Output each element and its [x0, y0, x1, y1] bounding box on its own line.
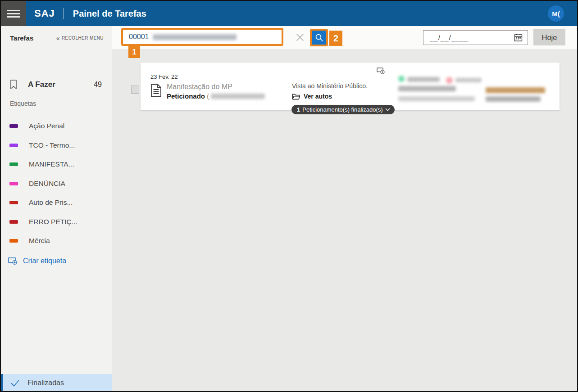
redacted-search-text — [153, 34, 237, 40]
date-placeholder: __/__/____ — [430, 34, 468, 41]
card-divider — [285, 80, 285, 104]
page-title: Painel de Tarefas — [73, 9, 146, 19]
folder-icon — [292, 93, 300, 100]
collapse-menu-button[interactable]: « RECOLHER MENU — [56, 36, 104, 41]
view-case-files-link[interactable]: Ver autos — [292, 93, 332, 100]
sidebar-item-a-fazer[interactable]: A Fazer 49 — [1, 77, 112, 92]
annotation-step-2: 2 — [329, 31, 342, 46]
create-label-text: Criar etiqueta — [23, 257, 66, 265]
header-divider — [63, 8, 64, 19]
top-bar: SAJ Painel de Tarefas M( — [1, 1, 577, 26]
sidebar-item-label[interactable]: Auto de Pris... — [1, 193, 112, 212]
redacted-party-text — [398, 96, 475, 101]
redacted-party-text — [398, 86, 456, 91]
sidebar-item-label[interactable]: TCO - Termo... — [1, 136, 112, 155]
collapse-menu-label: RECOLHER MENU — [62, 36, 104, 41]
check-icon — [11, 380, 19, 387]
finished-petitions-badge[interactable]: 1 Peticionamento(s) finalizado(s) — [291, 105, 395, 114]
sidebar-item-label[interactable]: DENÚNCIA — [1, 174, 112, 194]
badge-text: Peticionamento(s) finalizado(s) — [302, 106, 382, 113]
task-status-line: Peticionado ( — [167, 92, 265, 100]
double-chevron-left-icon: « — [56, 36, 60, 41]
task-movement: Vista ao Ministério Público. — [292, 82, 368, 90]
task-date: 23 Fev. 22 — [150, 73, 177, 80]
redacted-process-number — [211, 94, 265, 99]
sidebar-section-title: Tarefas — [10, 34, 33, 42]
label-name: TCO - Termo... — [29, 141, 75, 149]
task-status: Peticionado — [167, 92, 205, 100]
sidebar-item-label[interactable]: Ação Penal — [1, 117, 112, 136]
redacted-green-tag-dot — [398, 76, 405, 82]
labels-list: Ação Penal TCO - Termo... MANIFESTA... D… — [1, 117, 112, 251]
sidebar-item-finalizadas[interactable]: Finalizadas — [1, 374, 112, 392]
finished-label: Finalizadas — [27, 379, 64, 387]
redacted-highlight-text — [486, 87, 545, 93]
label-name: Auto de Pris... — [29, 198, 73, 207]
today-button[interactable]: Hoje — [533, 29, 565, 45]
redacted-tag-text — [407, 77, 440, 82]
task-type: Manifestação do MP — [167, 83, 232, 91]
label-name: Mércia — [29, 237, 50, 245]
hamburger-menu-icon[interactable] — [1, 1, 26, 26]
label-color-swatch — [9, 162, 18, 166]
app-window: SAJ Painel de Tarefas M( Tarefas « RECOL… — [0, 0, 578, 392]
tag-plus-icon — [8, 257, 18, 265]
label-color-swatch — [9, 201, 18, 204]
search-button[interactable] — [310, 29, 328, 46]
label-name: ERRO PETIÇ... — [29, 218, 77, 226]
labels-section-header: Etiquetas — [10, 100, 36, 107]
label-color-swatch — [9, 144, 18, 147]
sidebar: Tarefas « RECOLHER MENU A Fazer 49 Etiqu… — [1, 26, 112, 392]
add-label-to-task-icon[interactable] — [377, 67, 386, 75]
search-input[interactable]: 00001 — [121, 28, 283, 46]
redacted-tag-text — [455, 78, 482, 82]
redacted-highlight-text — [486, 96, 541, 102]
sidebar-item-label[interactable]: MANIFESTA... — [1, 155, 112, 174]
sidebar-item-label[interactable]: Mércia — [1, 231, 112, 251]
label-color-swatch — [9, 220, 18, 224]
task-checkbox[interactable] — [131, 86, 139, 94]
label-color-swatch — [9, 124, 18, 128]
sidebar-item-label[interactable]: ERRO PETIÇ... — [1, 212, 112, 232]
clear-search-icon[interactable] — [294, 32, 306, 43]
create-label-button[interactable]: Criar etiqueta — [8, 257, 66, 265]
label-name: DENÚNCIA — [29, 180, 65, 188]
search-icon — [315, 33, 323, 42]
label-name: MANIFESTA... — [29, 160, 74, 168]
todo-label: A Fazer — [28, 80, 55, 89]
app-logo: SAJ — [34, 8, 55, 19]
label-name: Ação Penal — [29, 122, 64, 130]
label-color-swatch — [9, 182, 18, 185]
label-color-swatch — [9, 239, 18, 243]
view-case-files-label: Ver autos — [304, 93, 332, 100]
bookmark-icon — [9, 79, 18, 90]
badge-count: 1 — [297, 106, 300, 113]
annotation-step-1: 1 — [128, 46, 140, 58]
user-avatar[interactable]: M( — [548, 5, 564, 22]
calendar-icon[interactable] — [514, 33, 523, 42]
redacted-red-tag-dot — [446, 77, 453, 84]
document-icon — [150, 84, 162, 97]
date-filter-input[interactable]: __/__/____ — [423, 30, 528, 45]
search-input-value: 00001 — [129, 33, 149, 41]
status-paren: ( — [207, 92, 209, 100]
chevron-down-icon — [385, 108, 390, 111]
todo-count-badge: 49 — [94, 81, 102, 89]
